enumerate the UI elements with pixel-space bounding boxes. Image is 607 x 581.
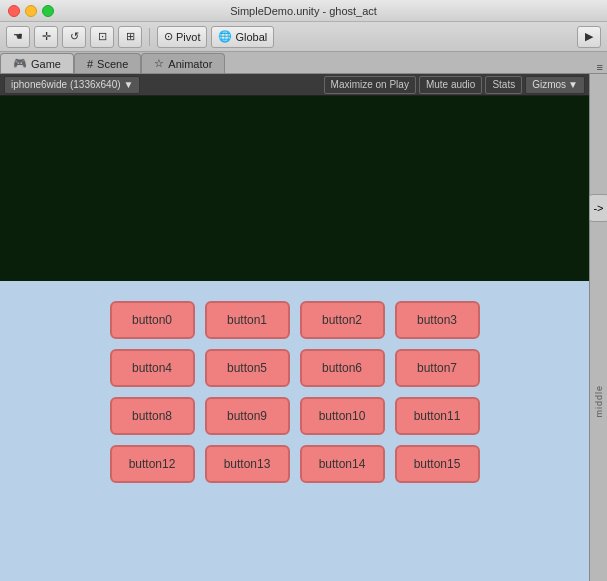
game-button-4[interactable]: button4 <box>110 349 195 387</box>
game-tab-label: Game <box>31 58 61 70</box>
global-button[interactable]: 🌐 Global <box>211 26 274 48</box>
game-button-14[interactable]: button14 <box>300 445 385 483</box>
toolbar-right: ▶ <box>577 26 601 48</box>
resolution-label: iphone6wide (1336x640) <box>11 79 121 90</box>
right-arrow-icon: ▶ <box>585 30 593 43</box>
pivot-label: Pivot <box>176 31 200 43</box>
game-viewport <box>0 96 589 281</box>
game-button-12[interactable]: button12 <box>110 445 195 483</box>
move-icon: ✛ <box>42 30 51 43</box>
game-panel: button0button1button2button3button4butto… <box>0 281 589 581</box>
toolbar-right-arrow-button[interactable]: ▶ <box>577 26 601 48</box>
game-tab-icon: 🎮 <box>13 57 27 70</box>
tab-scene[interactable]: # Scene <box>74 53 141 73</box>
right-side-panel: -> middle <box>589 74 607 581</box>
hand-icon: ☚ <box>13 30 23 43</box>
toolbar-separator-1 <box>149 28 150 46</box>
rotate-icon: ↺ <box>70 30 79 43</box>
pivot-icon: ⊙ <box>164 30 173 43</box>
traffic-lights <box>8 5 54 17</box>
side-arrow-button[interactable]: -> <box>589 194 608 222</box>
gizmos-button[interactable]: Gizmos ▼ <box>525 76 585 94</box>
tab-animator[interactable]: ☆ Animator <box>141 53 225 73</box>
hand-tool-button[interactable]: ☚ <box>6 26 30 48</box>
maximize-on-play-button[interactable]: Maximize on Play <box>324 76 416 94</box>
side-arrow-icon: -> <box>593 202 603 214</box>
game-button-13[interactable]: button13 <box>205 445 290 483</box>
transform-icon: ⊞ <box>126 30 135 43</box>
content-column: iphone6wide (1336x640) ▼ Maximize on Pla… <box>0 74 589 581</box>
resolution-arrow-icon: ▼ <box>124 79 134 90</box>
rotate-tool-button[interactable]: ↺ <box>62 26 86 48</box>
tabs-row: 🎮 Game # Scene ☆ Animator ≡ <box>0 52 607 74</box>
game-button-9[interactable]: button9 <box>205 397 290 435</box>
animator-tab-label: Animator <box>168 58 212 70</box>
game-button-7[interactable]: button7 <box>395 349 480 387</box>
rect-tool-button[interactable]: ⊡ <box>90 26 114 48</box>
game-button-8[interactable]: button8 <box>110 397 195 435</box>
buttons-grid: button0button1button2button3button4butto… <box>110 301 480 483</box>
game-button-10[interactable]: button10 <box>300 397 385 435</box>
main-toolbar: ☚ ✛ ↺ ⊡ ⊞ ⊙ Pivot 🌐 Global ▶ <box>0 22 607 52</box>
global-label: Global <box>235 31 267 43</box>
title-bar: SimpleDemo.unity - ghost_act <box>0 0 607 22</box>
pivot-button[interactable]: ⊙ Pivot <box>157 26 207 48</box>
game-button-3[interactable]: button3 <box>395 301 480 339</box>
game-button-11[interactable]: button11 <box>395 397 480 435</box>
window-title: SimpleDemo.unity - ghost_act <box>230 5 377 17</box>
transform-tool-button[interactable]: ⊞ <box>118 26 142 48</box>
tab-game[interactable]: 🎮 Game <box>0 53 74 73</box>
middle-label: middle <box>594 385 604 418</box>
game-button-6[interactable]: button6 <box>300 349 385 387</box>
scene-tab-label: Scene <box>97 58 128 70</box>
rect-icon: ⊡ <box>98 30 107 43</box>
animator-tab-icon: ☆ <box>154 57 164 70</box>
maximize-on-play-label: Maximize on Play <box>331 79 409 90</box>
scene-tab-icon: # <box>87 58 93 70</box>
tabs-menu-icon: ≡ <box>597 61 603 73</box>
gizmos-arrow-icon: ▼ <box>568 79 578 90</box>
gizmos-label: Gizmos <box>532 79 566 90</box>
stats-label: Stats <box>492 79 515 90</box>
game-toolbar: iphone6wide (1336x640) ▼ Maximize on Pla… <box>0 74 589 96</box>
global-icon: 🌐 <box>218 30 232 43</box>
tabs-menu[interactable]: ≡ <box>597 61 607 73</box>
close-button[interactable] <box>8 5 20 17</box>
game-button-15[interactable]: button15 <box>395 445 480 483</box>
game-button-2[interactable]: button2 <box>300 301 385 339</box>
game-button-5[interactable]: button5 <box>205 349 290 387</box>
game-button-0[interactable]: button0 <box>110 301 195 339</box>
move-tool-button[interactable]: ✛ <box>34 26 58 48</box>
mute-audio-button[interactable]: Mute audio <box>419 76 482 94</box>
mute-audio-label: Mute audio <box>426 79 475 90</box>
resolution-select[interactable]: iphone6wide (1336x640) ▼ <box>4 76 140 94</box>
game-button-1[interactable]: button1 <box>205 301 290 339</box>
stats-button[interactable]: Stats <box>485 76 522 94</box>
maximize-button[interactable] <box>42 5 54 17</box>
minimize-button[interactable] <box>25 5 37 17</box>
main-area: iphone6wide (1336x640) ▼ Maximize on Pla… <box>0 74 607 581</box>
